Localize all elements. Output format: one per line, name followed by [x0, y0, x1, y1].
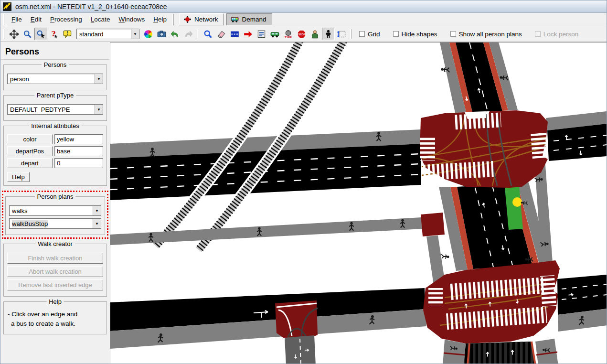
network-mode-icon	[183, 15, 192, 23]
stop-mode-button[interactable]: STOP	[295, 28, 308, 40]
junction-small[interactable]	[421, 213, 445, 236]
color-attribute-button[interactable]: color	[7, 134, 53, 144]
walk-creator-group: Walk creator Finish walk creation Abort …	[3, 244, 107, 297]
persons-frame: Persons Persons person ▼ Parent pType DE…	[0, 42, 110, 364]
person-mode-button[interactable]	[322, 28, 335, 40]
zoom-icon	[23, 30, 32, 39]
menu-file[interactable]: File	[7, 14, 26, 25]
window-title: osm.net.xml - NETEDIT v1_2_0+1640-eceac7…	[15, 3, 167, 11]
color-wheel-button[interactable]	[142, 28, 155, 40]
vehicle-mode-button[interactable]	[268, 28, 281, 40]
map-canvas[interactable]	[110, 43, 607, 364]
toolbar-grip[interactable]	[197, 29, 200, 39]
internal-attributes-group: Internal attributes color departPos depa…	[3, 126, 107, 186]
toolbar-grip[interactable]	[3, 29, 6, 39]
attribute-row: depart	[7, 158, 103, 168]
person-plan-icon	[337, 30, 346, 39]
person-dot[interactable]	[512, 197, 522, 207]
zoom-button[interactable]	[21, 28, 34, 40]
parent-ptype-combobox[interactable]: DEFAULT_PEDTYPE ▼	[7, 104, 103, 115]
divider	[1, 59, 109, 60]
color-scheme-combobox[interactable]: standard ▼	[76, 29, 139, 39]
vehicle-type-button[interactable]: TYPE	[282, 28, 295, 40]
chevron-down-icon[interactable]: ▼	[131, 29, 139, 39]
person-type-icon	[310, 30, 319, 39]
plan-mode-combobox[interactable]: walkBusStop ▼	[9, 218, 101, 229]
demand-inspect-button[interactable]	[202, 28, 214, 40]
title-bar[interactable]: osm.net.xml - NETEDIT v1_2_0+1640-eceac7…	[0, 0, 607, 13]
abort-walk-creation-button: Abort walk creation	[7, 266, 103, 277]
color-attribute-input[interactable]	[54, 134, 103, 144]
redo-button[interactable]	[182, 28, 195, 40]
red-arrow-icon	[244, 30, 253, 39]
junction-t[interactable]	[275, 300, 318, 338]
network-view[interactable]	[110, 42, 607, 364]
inspect-icon	[203, 30, 213, 39]
menu-bar: File Edit Processing Locate Windows Help…	[0, 13, 607, 26]
crosswalk[interactable]	[540, 275, 556, 307]
parent-ptype-group: Parent pType DEFAULT_PEDTYPE ▼	[3, 95, 107, 121]
person-tag-combobox[interactable]: person ▼	[7, 74, 103, 84]
show-all-person-plans-checkbox[interactable]: Show all person plans	[450, 31, 522, 38]
hide-shapes-checkbox[interactable]: Hide shapes	[393, 31, 437, 38]
undo-button[interactable]	[169, 28, 181, 40]
toolbar-grip[interactable]	[172, 14, 175, 25]
menu-edit[interactable]: Edit	[26, 14, 46, 25]
toolbar-grip[interactable]	[350, 29, 353, 39]
edge-east-road-south[interactable]	[557, 275, 607, 332]
svg-text:STOP: STOP	[298, 33, 306, 36]
bus-stop-mode-button[interactable]	[255, 28, 268, 40]
departpos-attribute-input[interactable]	[54, 146, 103, 156]
page-title: Persons	[5, 47, 105, 57]
edge-east-road[interactable]	[546, 111, 607, 161]
netedit-window: osm.net.xml - NETEDIT v1_2_0+1640-eceac7…	[0, 0, 607, 364]
recenter-button[interactable]	[8, 28, 21, 40]
menu-locate[interactable]: Locate	[86, 14, 115, 25]
menu-processing[interactable]: Processing	[46, 14, 86, 25]
help-cursor-button[interactable]: ?	[48, 28, 61, 40]
edge-south-stub[interactable]	[285, 335, 316, 364]
demand-mode-button[interactable]: Demand	[226, 13, 272, 25]
attributes-help-button[interactable]: Help	[7, 172, 30, 182]
sidewalk[interactable]	[443, 340, 466, 364]
undo-icon	[170, 30, 180, 39]
chevron-down-icon[interactable]: ▼	[93, 219, 101, 228]
chevron-down-icon[interactable]: ▼	[93, 206, 101, 215]
lock-person-checkbox: Lock person	[535, 31, 579, 38]
color-wheel-icon	[144, 30, 153, 39]
chevron-down-icon[interactable]: ▼	[95, 105, 103, 114]
crosswalk[interactable]	[428, 288, 443, 306]
depart-attribute-button[interactable]: depart	[7, 158, 53, 168]
vehicle-type-icon: TYPE	[284, 30, 293, 39]
departpos-attribute-button[interactable]: departPos	[7, 146, 53, 156]
menu-help[interactable]: Help	[149, 14, 171, 25]
chevron-down-icon[interactable]: ▼	[95, 74, 103, 84]
checkbox-icon	[450, 31, 456, 37]
attribute-row: departPos	[7, 146, 103, 156]
grid-checkbox[interactable]: Grid	[359, 31, 380, 38]
attribute-row: color	[7, 134, 103, 144]
sidewalk[interactable]	[535, 339, 558, 364]
route-mode-icon	[230, 30, 239, 39]
road-lanes[interactable]	[557, 275, 607, 315]
person-plan-button[interactable]	[335, 28, 348, 40]
network-mode-button[interactable]: Network	[179, 13, 224, 25]
move-demand-button[interactable]	[242, 28, 255, 40]
person-mode-icon	[324, 30, 333, 39]
inspect-cursor-button[interactable]	[34, 28, 47, 40]
crosswalk[interactable]	[420, 136, 435, 161]
crosswalk[interactable]	[453, 112, 501, 129]
person-type-button[interactable]	[309, 28, 321, 40]
help-text: - Click over an edge and a bus to create…	[7, 308, 103, 331]
plan-type-combobox[interactable]: walks ▼	[9, 205, 101, 216]
tooltip-button[interactable]: !	[61, 28, 74, 40]
screenshot-button[interactable]	[155, 28, 168, 40]
crosswalk[interactable]	[531, 133, 548, 159]
focused-frame-highlight: Person plans walks ▼ walkBusStop ▼	[2, 191, 108, 239]
toolbar-grip[interactable]	[3, 14, 6, 25]
route-mode-button[interactable]	[228, 28, 241, 40]
depart-attribute-input[interactable]	[54, 158, 103, 168]
menu-windows[interactable]: Windows	[114, 14, 149, 25]
delete-button[interactable]	[215, 28, 228, 40]
junction-north[interactable]	[420, 110, 548, 188]
